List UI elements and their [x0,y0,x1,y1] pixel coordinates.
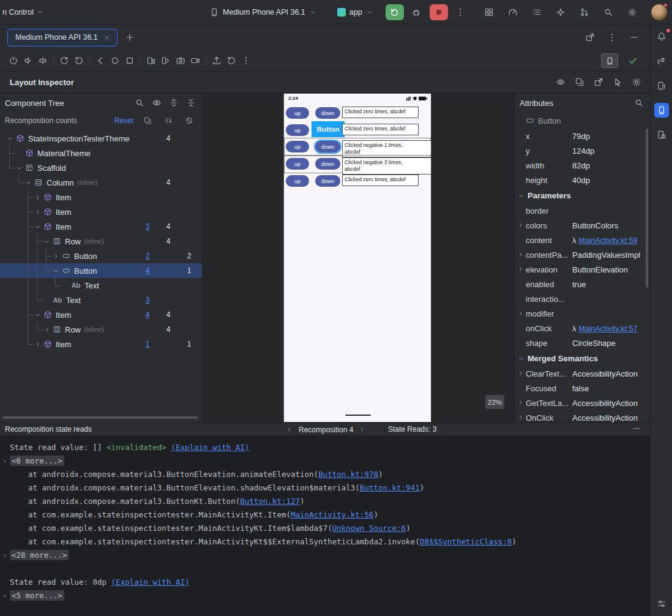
recomposition-count[interactable]: 3 [137,296,158,304]
previous-recomposition-button[interactable] [285,426,294,434]
nav-back-button[interactable] [93,53,108,68]
screenshot-button[interactable] [173,53,188,68]
expand-icon[interactable] [517,309,525,318]
explain-with-ai-link[interactable]: (Explain with AI) [171,443,249,452]
screen-record-button[interactable] [188,53,203,68]
recomposition-count[interactable]: 1 [179,266,200,275]
recomposition-count[interactable]: 4 [137,266,158,275]
debug-button[interactable] [409,5,424,20]
nav-overview-button[interactable] [122,53,137,68]
tree-node-stateinspectiontestertheme[interactable]: StateInspectionTesterTheme4 [0,131,202,146]
profiler-button[interactable] [506,5,520,20]
recomposition-count[interactable]: 4 [158,134,179,143]
explain-with-ai-link[interactable]: (Explain with AI) [111,577,190,587]
down-button[interactable]: down [315,175,340,187]
inspector-settings-button[interactable] [630,76,643,88]
folded-frames[interactable]: <5 more...> [10,590,64,601]
device-screen[interactable]: 2:24 updownClicked zero times, abcdefupB… [283,93,431,423]
user-avatar[interactable] [651,4,667,20]
search-everywhere-button[interactable] [601,5,616,20]
expand-icon[interactable] [517,221,525,230]
run-config-selector[interactable]: app [335,6,376,18]
snapshot-button[interactable] [573,76,586,88]
expand-icon[interactable] [517,250,525,259]
down-button[interactable]: down [315,107,340,119]
fold-chevron-icon[interactable]: › [2,549,7,562]
fold-device-button[interactable] [144,53,159,68]
app-inspection-button[interactable] [654,127,669,142]
recomposition-count[interactable]: 2 [137,252,158,260]
expand-icon[interactable] [517,265,525,274]
tree-node-row[interactable]: Row(inline)4 [0,234,202,249]
section-merged-semantics[interactable]: Merged Semantics [515,350,650,366]
counts-column-button[interactable] [137,116,158,125]
pick-element-button[interactable] [611,76,624,88]
ide-settings-button[interactable] [625,5,640,20]
tab-close-icon[interactable] [103,33,111,42]
recomposition-count[interactable]: 4 [158,237,179,246]
tree-node-item[interactable]: Item11 [0,337,202,351]
source-link[interactable]: Unknown Source:6 [332,524,406,533]
recomposition-count[interactable]: 1 [137,340,158,348]
version-control-menu[interactable]: n Control [0,8,44,17]
notifications-button[interactable] [654,29,669,44]
next-recomposition-button[interactable] [358,426,367,434]
expand-icon[interactable] [517,369,525,378]
restore-snapshot-button[interactable] [224,53,239,68]
power-button[interactable] [6,53,21,68]
tree-node-column[interactable]: Column(inline)4 [0,175,202,190]
tree-node-button[interactable]: Button41 [0,263,202,278]
tab-medium-phone[interactable]: Medium Phone API 36.1 [7,29,118,47]
ai-assistant-button[interactable] [553,5,568,20]
up-button[interactable]: up [286,175,309,187]
expand-icon[interactable] [517,413,525,422]
open-in-window-button[interactable] [583,30,597,45]
source-link[interactable]: MainActivity.kt:56 [291,510,373,519]
horizontal-scrollbar[interactable] [2,416,198,419]
tree-node-item[interactable]: Item34 [0,219,202,234]
run-more-actions-button[interactable] [453,5,468,20]
volume-up-button[interactable] [35,53,50,68]
layout-inspector-toggle[interactable] [601,53,618,68]
fold-chevron-icon[interactable]: › [2,589,7,603]
recomposition-count[interactable]: 4 [137,310,158,319]
rotate-left-button[interactable] [57,53,72,68]
running-devices-button[interactable] [654,103,669,118]
todo-button[interactable] [529,5,544,20]
structure-button[interactable] [482,5,496,20]
tree-node-item[interactable]: Item [0,205,202,219]
expand-all-button[interactable] [168,97,180,109]
down-button-selected[interactable]: down [315,141,340,152]
skips-column-button[interactable] [158,116,179,125]
vertical-scrollbar[interactable] [646,129,648,288]
tree-node-text[interactable]: AbText3 [0,293,202,307]
tree-node-text[interactable]: AbText [0,278,202,293]
nav-home-button[interactable] [108,53,122,68]
chevron-down-icon[interactable] [5,133,15,143]
upload-button[interactable] [209,53,224,68]
recomposition-count[interactable]: 1 [179,340,200,348]
pull-request-button[interactable] [577,5,592,20]
folded-frames[interactable]: <28 more...> [10,550,69,560]
up-button[interactable]: up [286,107,309,119]
recomposition-count[interactable]: 4 [158,325,179,334]
device-selector[interactable]: Medium Phone API 36.1 [207,6,319,19]
source-link[interactable]: D8$$SyntheticClass:0 [420,537,512,546]
tree-node-item[interactable]: Item44 [0,307,202,322]
down-button[interactable]: down [315,158,340,170]
source-link[interactable]: MainActivity.kt:57 [578,325,637,333]
attributes-search-button[interactable] [633,97,645,109]
collapse-panel-button[interactable] [632,424,641,434]
export-snapshot-button[interactable] [592,76,605,88]
recomposition-count[interactable]: 4 [158,222,179,231]
tab-options-button[interactable] [605,30,619,45]
hide-toolwindow-button[interactable] [627,30,641,45]
tree-node-materialtheme[interactable]: MaterialTheme [0,146,202,160]
section-parameters[interactable]: Parameters [515,187,650,203]
tree-node-button[interactable]: Button22 [0,249,202,263]
recomposition-count[interactable]: 4 [158,310,179,319]
up-button[interactable]: up [286,158,309,170]
device-manager-button[interactable] [654,78,669,93]
rotate-right-button[interactable] [72,53,86,68]
up-button[interactable]: up [286,141,309,152]
